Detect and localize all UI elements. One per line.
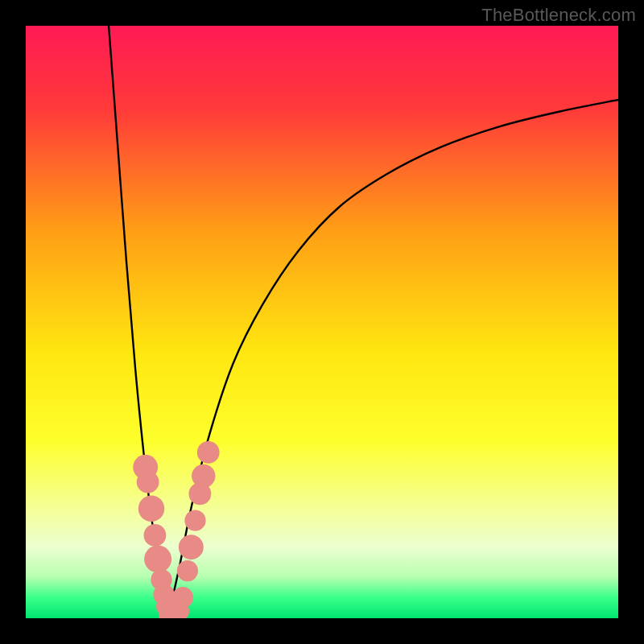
data-marker — [177, 560, 198, 581]
data-marker — [179, 535, 204, 559]
data-marker — [172, 587, 193, 608]
chart-frame: TheBottleneck.com — [0, 0, 644, 644]
data-marker — [137, 471, 159, 493]
watermark-text: TheBottleneck.com — [481, 5, 636, 26]
chart-svg — [26, 26, 618, 618]
data-marker — [144, 524, 167, 547]
plot-area — [26, 26, 618, 618]
data-marker — [144, 545, 171, 572]
data-marker — [192, 464, 215, 488]
data-marker — [197, 441, 220, 464]
data-marker — [138, 496, 164, 522]
data-marker — [184, 510, 205, 530]
